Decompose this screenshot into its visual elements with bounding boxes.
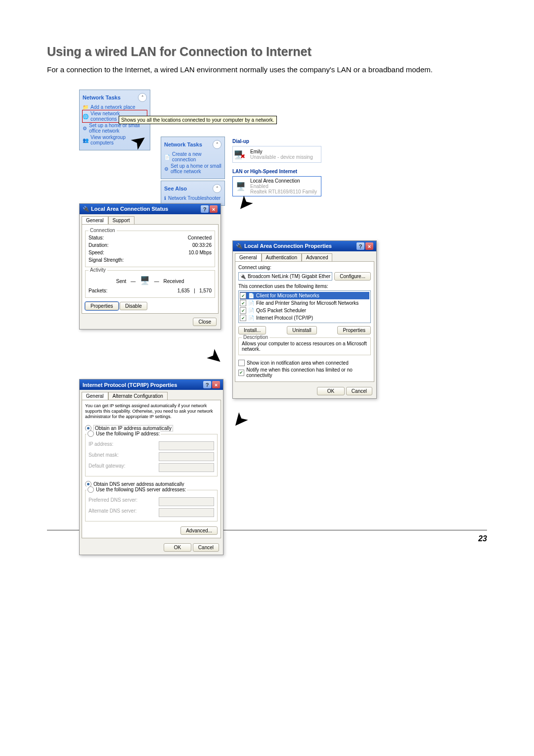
dialog-title: Local Area Connection Status <box>91 206 168 212</box>
lan-icon: 🖥️ <box>234 180 247 193</box>
lan-device: Realtek RTL8169/8110 Family <box>250 189 317 194</box>
tcpip-description: You can get IP settings assigned automat… <box>85 403 218 419</box>
dialup-name: Emily <box>250 149 313 154</box>
checkbox[interactable] <box>240 292 246 299</box>
checkbox[interactable] <box>240 307 246 314</box>
dialog-title: Local Area Connection Properties <box>244 243 332 249</box>
tab-authentication[interactable]: Authentication <box>262 253 302 261</box>
close-icon[interactable]: × <box>212 381 220 388</box>
item-client[interactable]: Client for Microsoft Networks <box>256 293 319 298</box>
duration-label: Duration: <box>89 242 109 248</box>
arrow-icon: ➤ <box>203 343 229 370</box>
cancel-button[interactable]: Cancel <box>193 543 219 552</box>
close-button[interactable]: Close <box>193 318 217 326</box>
signal-label: Signal Strength: <box>89 257 124 263</box>
checkbox[interactable] <box>240 315 246 321</box>
properties-button[interactable]: Properties <box>337 326 371 334</box>
speed-label: Speed: <box>89 250 104 255</box>
uninstall-button[interactable]: Uninstall <box>287 326 316 334</box>
disable-button[interactable]: Disable <box>120 302 147 310</box>
checkbox[interactable] <box>240 300 246 306</box>
tab-general[interactable]: General <box>82 392 108 400</box>
page-title: Using a wired LAN for Connection to Inte… <box>47 45 487 59</box>
lan-name: Local Area Connection <box>250 178 317 184</box>
task-setup-home[interactable]: ⚙Set up a home or small office network <box>164 163 222 175</box>
ip-address-label: IP address: <box>89 441 113 450</box>
use-dns-label: Use the following DNS server addresses: <box>96 487 186 492</box>
lan-status-text: Enabled <box>250 184 317 189</box>
collapse-icon[interactable]: ˄ <box>213 140 222 149</box>
alt-dns-label: Alternate DNS server: <box>89 508 136 517</box>
packets-sent: 1,635 <box>178 288 190 293</box>
description-text: Allows your computer to access resources… <box>242 341 367 352</box>
ok-button[interactable]: OK <box>317 387 345 395</box>
intro-paragraph: For a connection to the Internet, a wire… <box>47 65 487 75</box>
network-tasks-pane-2: Network Tasks ˄ 📄Create a new connection… <box>161 137 225 206</box>
subnet-field <box>159 452 214 461</box>
dialog-title: Internet Protocol (TCP/IP) Properties <box>83 382 177 388</box>
connections-list: Dial-up 🖥️✖ Emily Unavailable - device m… <box>232 137 321 196</box>
item-qos[interactable]: QoS Packet Scheduler <box>256 308 306 313</box>
advanced-button[interactable]: Advanced... <box>180 526 218 535</box>
tcpip-properties-dialog: Internet Protocol (TCP/IP) Properties ? … <box>79 379 223 555</box>
item-tcpip[interactable]: Internet Protocol (TCP/IP) <box>256 315 313 321</box>
install-button[interactable]: Install... <box>238 326 266 334</box>
task-troubleshooter[interactable]: ℹNetwork Troubleshooter <box>164 195 222 201</box>
collapse-icon[interactable]: ˄ <box>213 184 222 193</box>
radio-use-ip[interactable] <box>88 430 94 437</box>
properties-button[interactable]: Properties <box>85 302 119 310</box>
connect-using-label: Connect using: <box>238 265 371 270</box>
configure-button[interactable]: Configure... <box>334 272 371 281</box>
tab-general[interactable]: General <box>82 216 108 224</box>
help-icon[interactable]: ? <box>356 242 364 250</box>
tooltip: Shows you all the locations connected to… <box>119 116 277 124</box>
adapter-icon: 🔌 <box>240 274 246 279</box>
dialup-heading: Dial-up <box>232 139 321 144</box>
lan-item[interactable]: 🖥️ Local Area Connection Enabled Realtek… <box>232 176 321 196</box>
dialup-item[interactable]: 🖥️✖ Emily Unavailable - device missing <box>232 146 321 163</box>
activity-icon: 🖥️ <box>140 276 150 284</box>
help-icon[interactable]: ? <box>201 205 209 213</box>
checkbox-notify[interactable] <box>238 370 244 376</box>
cancel-button[interactable]: Cancel <box>346 387 372 395</box>
pref-dns-label: Preferred DNS server: <box>89 497 137 506</box>
close-icon[interactable]: × <box>210 205 218 213</box>
gateway-field <box>159 463 214 472</box>
show-icon-label: Show icon in notification area when conn… <box>247 360 349 366</box>
radio-use-dns[interactable] <box>88 486 94 493</box>
pane-heading: Network Tasks <box>164 142 202 147</box>
item-fileprint[interactable]: File and Printer Sharing for Microsoft N… <box>256 300 358 306</box>
connection-group-label: Connection <box>89 228 117 233</box>
task-add-place[interactable]: 📁Add a network place <box>83 104 147 110</box>
tab-general[interactable]: General <box>235 253 262 261</box>
figure-area: Network Tasks ˄ 📁Add a network place 🌐Vi… <box>79 90 455 525</box>
task-create-connection[interactable]: 📄Create a new connection <box>164 151 222 163</box>
lan-properties-dialog: 🔌 Local Area Connection Properties ? × G… <box>232 240 377 399</box>
dialup-status: Unavailable - device missing <box>250 154 313 160</box>
status-value: Connected <box>188 235 212 240</box>
help-icon[interactable]: ? <box>203 381 211 388</box>
duration-value: 00:33:26 <box>192 242 212 248</box>
speed-value: 10.0 Mbps <box>188 250 212 255</box>
tab-advanced[interactable]: Advanced <box>302 253 332 261</box>
description-label: Description <box>242 334 269 340</box>
tab-support[interactable]: Support <box>108 216 134 224</box>
sent-label: Sent <box>116 279 127 284</box>
dialup-icon: 🖥️✖ <box>234 148 247 161</box>
ok-button[interactable]: OK <box>164 543 191 552</box>
alt-dns-field <box>159 508 214 517</box>
status-label: Status: <box>89 235 104 240</box>
uses-items-label: This connection uses the following items… <box>238 284 371 289</box>
close-icon[interactable]: × <box>365 242 373 250</box>
gateway-label: Default gateway: <box>89 463 126 472</box>
collapse-icon[interactable]: ˄ <box>138 93 147 102</box>
received-label: Received <box>164 279 184 284</box>
activity-group-label: Activity <box>89 267 107 273</box>
checkbox-showicon[interactable] <box>238 360 245 366</box>
packets-received: 1,570 <box>199 288 212 293</box>
lan-status-dialog: 🔌 Local Area Connection Status ? × Gener… <box>79 203 221 330</box>
adapter-name: Broadcom NetLink (TM) Gigabit Ether <box>248 274 330 279</box>
tab-alternate[interactable]: Alternate Configuration <box>108 392 168 400</box>
ip-address-field <box>159 441 214 450</box>
lan-heading: LAN or High-Speed Internet <box>232 169 321 174</box>
